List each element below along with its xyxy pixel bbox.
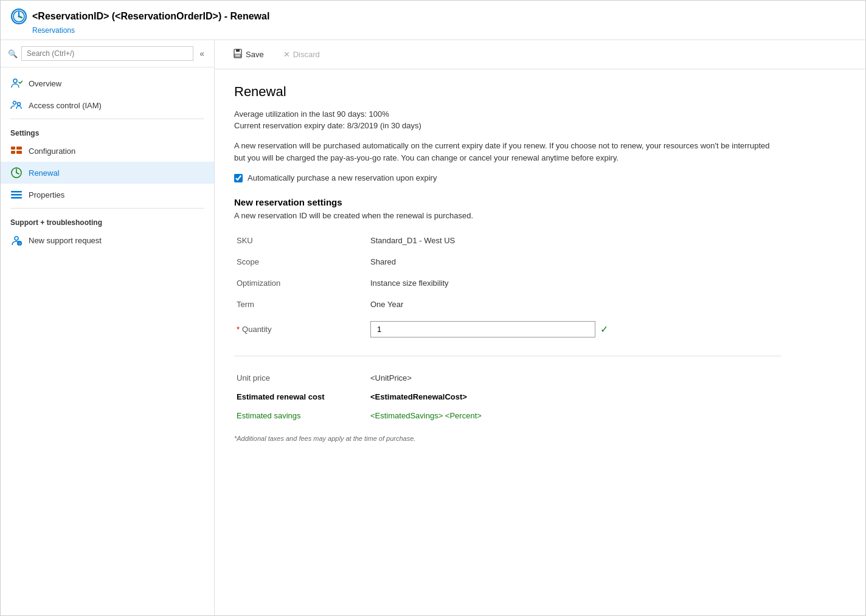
optimization-value: Instance size flexibility (368, 272, 781, 294)
price-table: Unit price <UnitPrice> Estimated renewal… (234, 369, 781, 425)
access-control-label: Access control (IAM) (29, 101, 102, 110)
sidebar: 🔍 « Overview (1, 40, 215, 615)
quantity-input-wrapper: ✓ (370, 321, 779, 337)
properties-label: Properties (29, 190, 64, 199)
scope-value: Shared (368, 251, 781, 272)
svg-rect-22 (236, 49, 240, 52)
price-row-unit: Unit price <UnitPrice> (234, 369, 781, 387)
search-icon: 🔍 (8, 49, 18, 58)
overview-label: Overview (29, 79, 61, 88)
body: 🔍 « Overview (1, 40, 865, 615)
table-row-sku: SKU Standard_D1 - West US (234, 230, 781, 251)
table-row-term: Term One Year (234, 294, 781, 315)
page-title: Renewal (234, 84, 846, 100)
svg-rect-23 (235, 54, 241, 57)
discard-button[interactable]: ✕ Discard (280, 47, 324, 61)
utilization-line: Average utilization in the last 90 days:… (234, 109, 846, 119)
svg-rect-8 (11, 147, 15, 150)
clock-icon (10, 8, 27, 25)
svg-point-4 (18, 16, 20, 18)
content-area: Renewal Average utilization in the last … (215, 69, 865, 615)
search-input[interactable] (21, 46, 193, 61)
header: <ReservationID> (<ReservationOrderID>) -… (1, 1, 865, 40)
estimated-renewal-label: Estimated renewal cost (234, 387, 368, 406)
sidebar-nav: Overview Access control (IAM) (1, 67, 214, 256)
sidebar-collapse-button[interactable]: « (197, 49, 207, 58)
renewal-icon (10, 167, 23, 179)
configuration-label: Configuration (29, 147, 75, 156)
svg-text:?: ? (18, 242, 21, 246)
save-button[interactable]: Save (229, 46, 268, 63)
discard-icon: ✕ (283, 50, 290, 59)
estimated-savings-value: <EstimatedSavings> <Percent> (368, 406, 781, 425)
support-section-label: Support + troubleshooting (1, 211, 214, 229)
main-content: Save ✕ Discard Renewal Average utilizati… (215, 40, 865, 615)
app-container: <ReservationID> (<ReservationOrderID>) -… (0, 0, 866, 616)
price-row-savings: Estimated savings <EstimatedSavings> <Pe… (234, 406, 781, 425)
quantity-check-icon: ✓ (600, 324, 608, 335)
svg-point-18 (15, 237, 18, 240)
footnote-text: *Additional taxes and fees may apply at … (234, 435, 846, 442)
save-icon (233, 49, 243, 60)
svg-rect-10 (16, 147, 22, 150)
svg-point-6 (13, 102, 16, 105)
svg-rect-9 (11, 151, 15, 154)
quantity-cell: ✓ (368, 315, 781, 344)
svg-rect-16 (11, 194, 22, 196)
sidebar-item-properties[interactable]: Properties (1, 184, 214, 206)
discard-label: Discard (293, 50, 320, 59)
price-divider (234, 356, 781, 356)
required-star: * (237, 325, 240, 334)
term-label: Term (234, 294, 368, 315)
quantity-label: *Quantity (234, 315, 368, 344)
table-row-quantity: *Quantity ✓ (234, 315, 781, 344)
search-bar: 🔍 « (1, 40, 214, 67)
access-control-icon (10, 99, 23, 111)
save-label: Save (246, 50, 264, 59)
svg-line-14 (16, 173, 19, 174)
svg-point-5 (13, 79, 17, 83)
scope-label: Scope (234, 251, 368, 272)
svg-rect-17 (11, 197, 22, 199)
new-reservation-heading: New reservation settings (234, 197, 846, 207)
term-value: One Year (368, 294, 781, 315)
properties-icon (10, 189, 23, 201)
toolbar: Save ✕ Discard (215, 40, 865, 69)
sidebar-item-new-support[interactable]: ? New support request (1, 229, 214, 251)
svg-point-7 (18, 103, 21, 106)
header-title-row: <ReservationID> (<ReservationOrderID>) -… (10, 8, 856, 25)
auto-purchase-checkbox[interactable] (234, 174, 243, 182)
sidebar-item-overview[interactable]: Overview (1, 72, 214, 94)
quantity-input-field[interactable] (370, 321, 595, 337)
support-icon: ? (10, 234, 23, 246)
settings-table: SKU Standard_D1 - West US Scope Shared O… (234, 230, 781, 344)
new-support-label: New support request (29, 236, 102, 245)
new-reservation-subtext: A new reservation ID will be created whe… (234, 211, 846, 220)
unit-price-label: Unit price (234, 369, 368, 387)
sidebar-item-configuration[interactable]: Configuration (1, 140, 214, 162)
header-subtitle[interactable]: Reservations (32, 26, 856, 35)
description-text: A new reservation will be purchased auto… (234, 140, 781, 164)
configuration-icon (10, 145, 23, 157)
auto-purchase-checkbox-row: Automatically purchase a new reservation… (234, 173, 846, 182)
settings-section-label: Settings (1, 122, 214, 140)
table-row-optimization: Optimization Instance size flexibility (234, 272, 781, 294)
estimated-renewal-value: <EstimatedRenewalCost> (368, 387, 781, 406)
renewal-label: Renewal (29, 168, 60, 178)
price-row-renewal: Estimated renewal cost <EstimatedRenewal… (234, 387, 781, 406)
overview-icon (10, 77, 23, 89)
svg-rect-11 (16, 151, 22, 154)
header-title-text: <ReservationID> (<ReservationOrderID>) -… (32, 11, 269, 22)
auto-purchase-label[interactable]: Automatically purchase a new reservation… (248, 173, 437, 182)
settings-divider (10, 119, 204, 119)
sku-label: SKU (234, 230, 368, 251)
sidebar-item-renewal[interactable]: Renewal (1, 162, 214, 184)
sidebar-item-access-control[interactable]: Access control (IAM) (1, 94, 214, 116)
unit-price-value: <UnitPrice> (368, 369, 781, 387)
optimization-label: Optimization (234, 272, 368, 294)
estimated-savings-label: Estimated savings (234, 406, 368, 425)
sku-value: Standard_D1 - West US (368, 230, 781, 251)
expiry-line: Current reservation expiry date: 8/3/201… (234, 121, 846, 130)
svg-rect-15 (11, 191, 22, 193)
support-divider (10, 208, 204, 209)
